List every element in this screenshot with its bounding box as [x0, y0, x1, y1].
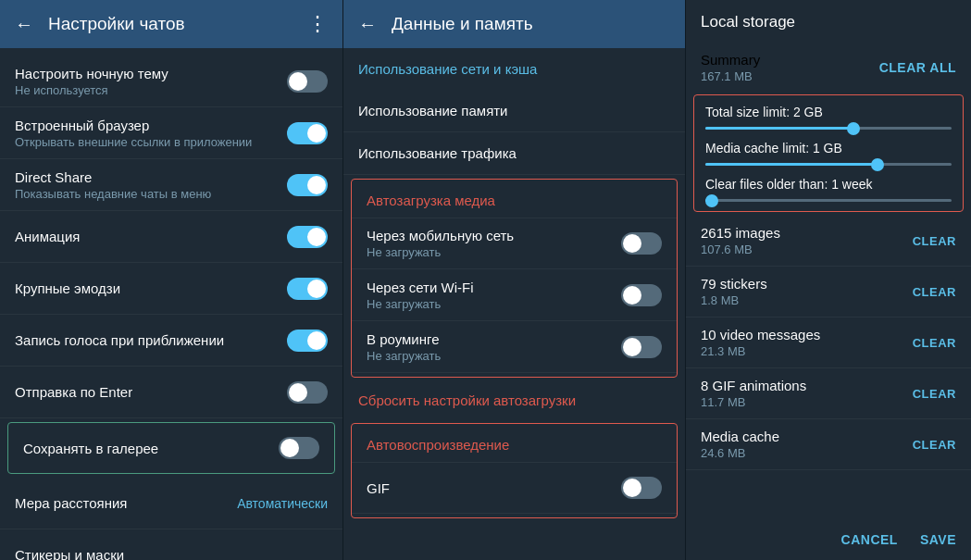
- setting-title: Стикеры и маски: [15, 547, 328, 560]
- clear-all-button[interactable]: CLEAR ALL: [879, 60, 956, 75]
- network-cache-link[interactable]: Использование сети и кэша: [343, 48, 685, 90]
- slider-fill: [705, 127, 853, 130]
- list-item[interactable]: Отправка по Enter: [0, 367, 342, 418]
- menu-dots-icon[interactable]: ⋮: [307, 12, 328, 36]
- media-cache-track[interactable]: [705, 163, 952, 166]
- clear-media-cache-button[interactable]: CLEAR: [913, 438, 956, 452]
- traffic-usage-item[interactable]: Использование трафика: [343, 132, 685, 175]
- list-item[interactable]: В роуминге Не загружать: [352, 321, 677, 373]
- list-item[interactable]: Через мобильную сеть Не загружать: [352, 218, 677, 269]
- setting-subtitle: Открывать внешние ссылки в приложении: [15, 135, 287, 149]
- back-arrow-icon[interactable]: ←: [15, 14, 33, 35]
- setting-subtitle: Не загружать: [367, 297, 621, 311]
- memory-usage-item[interactable]: Использование памяти: [343, 90, 685, 132]
- panel3-header: Local storage: [686, 0, 971, 44]
- setting-title: Крупные эмодзи: [15, 280, 287, 296]
- media-cache-slider-row: Media cache limit: 1 GB: [705, 141, 952, 166]
- data-memory-panel: ← Данные и память Использование сети и к…: [342, 0, 685, 560]
- list-item[interactable]: Запись голоса при приближении: [0, 315, 342, 367]
- setting-title: Direct Share: [15, 169, 287, 185]
- setting-subtitle: Не загружать: [367, 349, 621, 363]
- list-item[interactable]: Через сети Wi-Fi Не загружать: [352, 269, 677, 321]
- media-cache-label: Media cache limit: 1 GB: [705, 141, 952, 156]
- storage-item-stickers: 79 stickers 1.8 MB CLEAR: [686, 267, 971, 317]
- setting-title: Через мобильную сеть: [367, 228, 621, 243]
- slider-thumb[interactable]: [871, 158, 884, 171]
- panel1-header: ← Настройки чатов ⋮: [0, 0, 342, 48]
- toggle-switch[interactable]: [279, 437, 319, 459]
- toggle-switch[interactable]: [287, 122, 328, 144]
- clear-images-button[interactable]: CLEAR: [913, 234, 956, 248]
- panel2-title: Данные и память: [392, 14, 670, 34]
- list-item[interactable]: Встроенный браузер Открывать внешние ссы…: [0, 107, 342, 159]
- autoplay-section: Автовоспроизведение GIF: [351, 423, 678, 518]
- storage-item-gif: 8 GIF animations 11.7 MB CLEAR: [686, 368, 971, 419]
- clear-video-button[interactable]: CLEAR: [913, 336, 956, 350]
- item-size: 11.7 MB: [701, 395, 806, 409]
- panel3-footer: CANCEL SAVE: [686, 519, 971, 560]
- total-size-slider-row: Total size limit: 2 GB: [705, 105, 952, 130]
- autoload-label: Автозагрузка медиа: [352, 183, 677, 218]
- autoplay-label: Автовоспроизведение: [352, 428, 677, 462]
- clear-files-track[interactable]: [705, 199, 952, 202]
- storage-item-images: 2615 images 107.6 MB CLEAR: [686, 216, 971, 267]
- item-size: 1.8 MB: [701, 293, 767, 307]
- list-item[interactable]: Мера расстояния Автоматически: [0, 478, 342, 529]
- list-item[interactable]: GIF: [352, 462, 677, 514]
- toggle-switch[interactable]: [287, 330, 328, 352]
- total-size-label: Total size limit: 2 GB: [705, 105, 952, 119]
- storage-item-media-cache: Media cache 24.6 MB CLEAR: [686, 419, 971, 470]
- toggle-switch[interactable]: [621, 336, 662, 358]
- autoload-section: Автозагрузка медиа Через мобильную сеть …: [351, 179, 678, 378]
- storage-controls-box: Total size limit: 2 GB Media cache limit…: [693, 94, 964, 212]
- setting-subtitle: Не используется: [15, 83, 287, 97]
- toggle-switch[interactable]: [287, 381, 328, 404]
- item-name: 8 GIF animations: [701, 378, 806, 393]
- panel1-title: Настройки чатов: [48, 14, 293, 34]
- local-storage-panel: Local storage Summary 167.1 MB CLEAR ALL…: [685, 0, 971, 560]
- toggle-switch[interactable]: [287, 278, 328, 300]
- item-size: 21.3 MB: [701, 344, 820, 358]
- item-name: 79 stickers: [701, 276, 767, 292]
- toggle-switch[interactable]: [621, 477, 662, 499]
- setting-action: Автоматически: [237, 496, 328, 511]
- slider-thumb[interactable]: [705, 194, 718, 207]
- clear-stickers-button[interactable]: CLEAR: [913, 285, 956, 299]
- item-size: 107.6 MB: [701, 243, 780, 256]
- setting-title: GIF: [367, 480, 621, 496]
- toggle-switch[interactable]: [621, 232, 662, 255]
- total-size-track[interactable]: [705, 127, 952, 130]
- reset-autoload-link[interactable]: Сбросить настройки автозагрузки: [343, 381, 685, 419]
- back-arrow-icon[interactable]: ←: [358, 14, 377, 35]
- toggle-switch[interactable]: [621, 284, 662, 306]
- summary-row: Summary 167.1 MB CLEAR ALL: [686, 44, 971, 91]
- list-item[interactable]: Direct Share Показывать недавние чаты в …: [0, 159, 342, 211]
- setting-title: Мера расстояния: [15, 495, 237, 511]
- setting-title: Анимация: [15, 229, 287, 244]
- setting-title: Запись голоса при приближении: [15, 332, 287, 348]
- list-item[interactable]: Стикеры и маски: [0, 529, 342, 560]
- list-item[interactable]: Сохранять в галерее: [7, 422, 335, 474]
- item-size: 24.6 MB: [701, 446, 779, 460]
- save-button[interactable]: SAVE: [920, 532, 956, 547]
- toggle-switch[interactable]: [287, 174, 328, 196]
- slider-thumb[interactable]: [847, 122, 860, 135]
- setting-subtitle: Показывать недавние чаты в меню: [15, 187, 287, 201]
- summary-size: 167.1 MB: [701, 69, 760, 83]
- settings-list: Настроить ночную тему Не используется Вс…: [0, 48, 342, 560]
- item-name: 2615 images: [701, 225, 780, 241]
- toggle-switch[interactable]: [287, 70, 328, 93]
- list-item[interactable]: Анимация: [0, 211, 342, 263]
- list-item[interactable]: Настроить ночную тему Не используется: [0, 56, 342, 107]
- toggle-switch[interactable]: [287, 226, 328, 248]
- cancel-button[interactable]: CANCEL: [841, 532, 898, 547]
- clear-gif-button[interactable]: CLEAR: [913, 387, 956, 401]
- clear-files-slider-row: Clear files older than: 1 week: [705, 177, 952, 202]
- panel2-header: ← Данные и память: [343, 0, 685, 48]
- clear-files-label: Clear files older than: 1 week: [705, 177, 952, 192]
- list-item[interactable]: Крупные эмодзи: [0, 263, 342, 315]
- setting-title: В роуминге: [367, 331, 621, 347]
- setting-title: Настроить ночную тему: [15, 66, 287, 81]
- setting-title: Через сети Wi-Fi: [367, 280, 621, 295]
- setting-title: Встроенный браузер: [15, 118, 287, 133]
